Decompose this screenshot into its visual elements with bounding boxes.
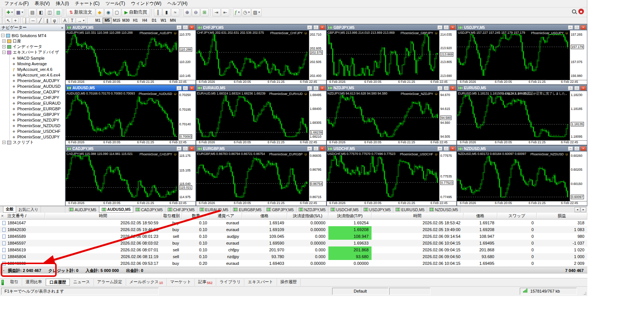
chart-restore-button[interactable]: □ — [313, 25, 319, 30]
periods-button[interactable]: ◷▾ — [242, 8, 251, 17]
timeframe-m30-button[interactable]: M30 — [121, 18, 131, 24]
chart-window-gbpjpy-m5[interactable]: GBPJPY,M5−□×GBPJPY,M5 213.995 214.010 21… — [327, 24, 457, 85]
chart-minimize-button[interactable]: − — [307, 146, 312, 151]
chart-minimize-button[interactable]: − — [568, 25, 573, 30]
chart-restore-button[interactable]: □ — [183, 146, 188, 151]
trendline-button[interactable]: ╱ — [37, 18, 44, 24]
tree-item-phoenixsoar-nzdjpy[interactable]: ◆PhoenixSoar_NZDJPY — [10, 117, 65, 123]
menu-item-5[interactable]: ウィンドウ(W) — [128, 0, 164, 8]
terminal-tab-3[interactable]: ニュース — [70, 279, 94, 286]
chart-minimize-button[interactable]: − — [176, 25, 182, 30]
chart-minimize-button[interactable]: − — [176, 86, 182, 90]
horizontal-line-button[interactable]: ─ — [30, 18, 36, 24]
history-row-18845804[interactable]: 188458042026.02.06 08:11:19sell0.10nzdjp… — [0, 253, 587, 260]
column-header-3[interactable]: 数量 — [182, 213, 210, 219]
chart-restore-button[interactable]: □ — [444, 146, 449, 151]
chart-close-button[interactable]: × — [450, 146, 455, 151]
timeframe-mn-button[interactable]: MN — [168, 18, 178, 24]
terminal-tab-8[interactable]: ライブラリ — [216, 279, 244, 286]
chart-tab-audusd-m5[interactable]: AUDUSD,M5 — [99, 206, 133, 213]
auto-scroll-button[interactable]: ⇥ — [212, 8, 221, 17]
column-header-0[interactable]: 注文番号 / — [0, 213, 45, 219]
tree-item-macd-sample[interactable]: ◆MACD Sample — [10, 55, 65, 61]
column-header-4[interactable]: 通貨ペア — [210, 213, 242, 219]
chart-restore-button[interactable]: □ — [574, 86, 579, 90]
tree-item-phoenixsoar-eurgbp[interactable]: ◆PhoenixSoar_EURGBP — [10, 106, 65, 111]
tree-item-myaccount-ver-4-6[interactable]: ƒMyAccount_ver.4.6 — [10, 66, 65, 72]
tree-item-phoenixsoar-usdchf[interactable]: ◆PhoenixSoar_USDCHF — [10, 128, 65, 134]
terminal-tab-4[interactable]: アラーム設定 — [94, 279, 126, 286]
terminal-tab-5[interactable]: メールボックス10 — [126, 279, 167, 286]
tree-group-1[interactable]: +インディケータ — [2, 44, 65, 50]
tree-item-phoenixsoar-gbpjpy[interactable]: ◆PhoenixSoar_GBPJPY — [10, 111, 65, 117]
chart-plot[interactable]: AUDUSD,M5 0.70166 0.70170 0.70093 0.7009… — [66, 91, 178, 141]
history-row-18845597[interactable]: 188455972026.02.06 08:03:02buy0.10euraud… — [0, 240, 587, 246]
expand-icon[interactable]: + — [2, 45, 6, 48]
tree-item-phoenixsoar-cadjpy[interactable]: ◆PhoenixSoar_CADJPY — [10, 89, 65, 95]
chart-window-chfjpy-m5[interactable]: CHFJPY,M5−□×CHFJPY,M5 202.631 202.631 20… — [196, 24, 327, 85]
chart-close-button[interactable]: × — [581, 86, 586, 90]
navigator-button[interactable]: ◧ — [37, 8, 45, 17]
chart-window-nzdjpy-m5[interactable]: NZDJPY,M5−□×NZDJPY,M5 94.613 94.628 94.5… — [327, 85, 457, 146]
chart-close-button[interactable]: × — [581, 25, 586, 30]
history-row-18845589[interactable]: 188455892026.02.06 08:01:23sell0.10audjp… — [0, 233, 587, 240]
resize-grip[interactable] — [582, 291, 587, 296]
column-header-11[interactable]: 損益 — [537, 213, 587, 219]
chart-tab-cadjpy-m5[interactable]: CADJPY,M5 — [133, 206, 166, 213]
expand-icon[interactable]: + — [2, 39, 6, 43]
new-order-button[interactable]: ⇅新規注文 — [66, 8, 95, 17]
column-header-2[interactable]: 取引種別 — [161, 213, 182, 219]
history-row-18845619[interactable]: 188456192026.02.06 08:07:01sell0.10chfjp… — [0, 246, 587, 253]
chart-tab-euraud-m5[interactable]: EURAUD,M5 — [197, 206, 231, 213]
chart-minimize-button[interactable]: − — [307, 86, 312, 90]
chart-window-audusd-m5[interactable]: AUDUSD,M5−□×AUDUSD,M5 0.70166 0.70170 0.… — [65, 85, 196, 146]
menu-item-1[interactable]: 表示(V) — [32, 0, 53, 8]
chart-restore-button[interactable]: □ — [574, 25, 579, 30]
tree-root[interactable]: −BIG Solutions MT4 — [1, 33, 65, 38]
chart-tab-gbpjpy-m5[interactable]: GBPJPY,M5 — [264, 206, 296, 213]
tree-item-phoenixsoar-nzdusd[interactable]: ◆PhoenixSoar_NZDUSD — [10, 123, 65, 128]
collapse-icon[interactable]: − — [1, 34, 5, 37]
menu-item-6[interactable]: ヘルプ(H) — [164, 0, 191, 8]
column-header-6[interactable]: 決済逆指値(S/L) — [287, 213, 328, 219]
chart-plot[interactable]: USDCHF,M5 0.77570 0.77570 0.77496 0.7752… — [327, 152, 439, 201]
chart-plot[interactable]: EURUSD,M5 1.18131 1.18150 1.18129 1.1813… — [457, 91, 570, 141]
tree-group-2[interactable]: −エキスパートアドバイザ — [2, 50, 65, 55]
chart-tab-usdchf-m5[interactable]: USDCHF,M5 — [328, 206, 361, 213]
community-account-icon[interactable]: ☻ — [578, 9, 584, 14]
strategy-tester-button[interactable]: ▧ — [54, 8, 62, 17]
search-icon[interactable] — [572, 9, 576, 14]
chart-window-eurgbp-m5[interactable]: EURGBP,M5−□×EURGBP,M5 0.86783 0.86794 0.… — [196, 145, 327, 206]
chart-close-button[interactable]: × — [320, 25, 325, 30]
history-row-18841647[interactable]: 188416472026.02.05 18:50:59buy0.10euraud… — [0, 219, 587, 226]
templates-button[interactable]: ▨▾ — [251, 8, 261, 17]
timeframe-m1-button[interactable]: M1 — [93, 18, 102, 24]
status-profile[interactable]: Default — [332, 288, 388, 295]
menu-item-0[interactable]: ファイル(F) — [2, 0, 32, 8]
chart-window-nzdusd-m5[interactable]: NZDUSD,M5−□×NZDUSD,M5 0.60172 0.60184 0.… — [457, 145, 587, 206]
chart-plot[interactable]: NZDJPY,M5 94.613 94.628 94.580 94.580Pho… — [327, 91, 439, 141]
tree-item-phoenixsoar-chfjpy[interactable]: ◆PhoenixSoar_CHFJPY — [10, 95, 65, 100]
chart-close-button[interactable]: × — [581, 146, 586, 151]
chart-tab-audjpy-m5[interactable]: AUDJPY,M5 — [67, 206, 99, 213]
tree-item-phoenixsoar-audusd[interactable]: ◆PhoenixSoar_AUDUSD — [10, 83, 65, 89]
chart-minimize-button[interactable]: − — [568, 86, 573, 90]
chart-close-button[interactable]: × — [189, 86, 194, 90]
chart-plot[interactable]: CADJPY,M5 115.088 115.090 114.981 115.02… — [66, 152, 178, 201]
terminal-tab-9[interactable]: エキスパート — [244, 279, 277, 286]
terminal-tab-6[interactable]: マーケット — [167, 279, 195, 286]
chart-tab-chfjpy-m5[interactable]: CHFJPY,M5 — [166, 206, 197, 213]
chart-restore-button[interactable]: □ — [183, 25, 188, 30]
chart-plot[interactable]: GBPJPY,M5 213.995 214.010 213.869 213.86… — [327, 30, 439, 80]
timeframe-h4-button[interactable]: H4 — [140, 18, 149, 24]
chart-close-button[interactable]: × — [450, 86, 455, 90]
fullscreen-button[interactable]: ▢ — [113, 8, 121, 17]
terminal-tab-2[interactable]: 口座履歴 — [46, 279, 70, 286]
chart-close-button[interactable]: × — [320, 86, 325, 90]
chart-shift-button[interactable]: ⇤ — [221, 8, 229, 17]
vertical-line-button[interactable]: │ — [23, 18, 29, 24]
toolbox-button[interactable]: ▤ — [28, 8, 36, 17]
crosshair-button[interactable]: + — [12, 18, 19, 24]
column-header-1[interactable]: 時間 — [45, 213, 161, 219]
timeframe-h1-button[interactable]: H1 — [131, 18, 140, 24]
